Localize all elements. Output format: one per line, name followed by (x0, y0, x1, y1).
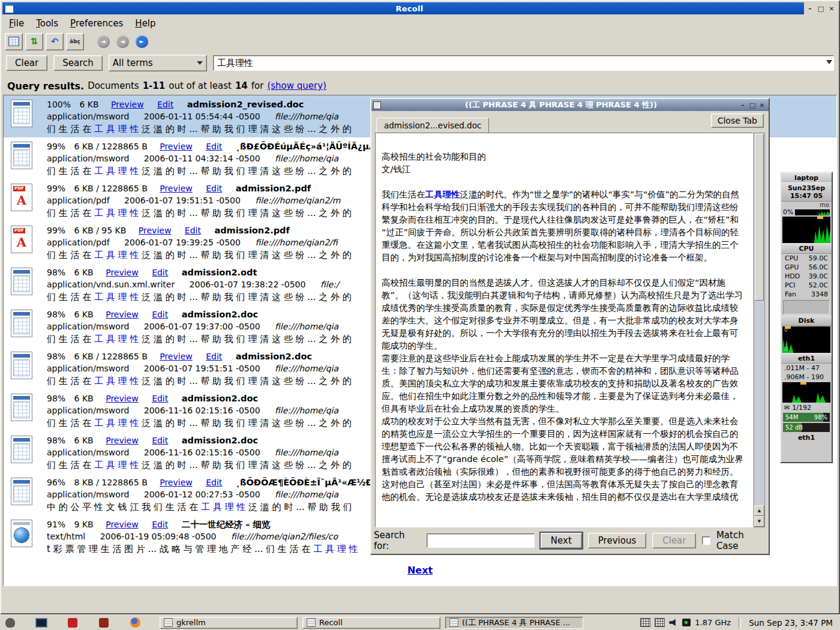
preview-link[interactable]: Preview (111, 100, 144, 109)
curved-arrow-icon: ↶ (51, 36, 59, 47)
preview-link[interactable]: Preview (106, 268, 139, 277)
history-button[interactable]: ↶ (46, 33, 64, 50)
gkrellm-clock: Sun23Sep 15:47 05 (781, 182, 832, 202)
edit-link[interactable]: Edit (185, 226, 201, 235)
taskbar-clock[interactable]: Sun Sep 23, 3:47 PM (749, 618, 836, 628)
volume-icon[interactable] (669, 619, 678, 626)
titlebar[interactable]: Recoll (2, 2, 838, 14)
close-tab-button[interactable]: Close Tab (711, 113, 764, 128)
gkrellm-net-label: eth1 (781, 353, 832, 364)
results-count-middle: out of at least (169, 80, 232, 91)
close-icon[interactable] (827, 4, 836, 13)
result-size: 6 KB / 1228865 B (74, 142, 148, 151)
task-button[interactable]: ((工 PHRASE 4 具 PHRASE ... (445, 617, 583, 629)
menu-item[interactable]: Preferences (64, 17, 129, 30)
edit-link[interactable]: Edit (206, 478, 222, 487)
menu-item[interactable]: Help (129, 17, 161, 30)
scroll-down-icon[interactable]: ▼ (754, 516, 764, 527)
preview-maximize-icon[interactable] (748, 101, 757, 110)
temp-label: GPU (785, 263, 799, 272)
menu-item[interactable]: File (3, 17, 30, 30)
titlebar-blue-strip: Recoll (2, 2, 804, 14)
keyboard-layout-icon[interactable] (640, 618, 650, 627)
clear-button[interactable]: Clear (6, 55, 47, 71)
match-case-checkbox[interactable] (702, 536, 710, 545)
file-type-icon (11, 226, 32, 253)
temp-row: CPU 59.0C (781, 254, 832, 263)
preview-link[interactable]: Preview (160, 478, 193, 487)
sort-button[interactable]: ⇅ (25, 33, 43, 50)
preview-link[interactable]: Preview (160, 142, 193, 151)
find-clear-button[interactable]: Clear (652, 533, 696, 548)
preview-link[interactable]: Preview (106, 310, 139, 319)
gkrellm-temps: CPU 59.0C GPU 56.0C HDD 39.0C PCI 52.0C (781, 254, 832, 290)
preview-text[interactable]: 高校招生的社会功能和目的 文/钱江 我们生活在工具理性泛滥的时代。作为“世之显学… (375, 133, 753, 527)
edit-link[interactable]: Edit (152, 520, 168, 529)
find-next-button[interactable]: Next (541, 533, 582, 548)
result-mimetype: application/msword (47, 322, 129, 331)
edit-link[interactable]: Edit (152, 436, 168, 445)
preview-link[interactable]: Preview (106, 520, 139, 529)
launcher-foot[interactable] (4, 617, 17, 629)
show-query-link[interactable]: (show query) (267, 80, 326, 91)
edit-link[interactable]: Edit (206, 142, 222, 151)
highlighted-term: 工 具 理 性 (94, 292, 139, 302)
task-button[interactable]: Recoll (302, 617, 440, 629)
doc-title: 高校招生的社会功能和目的 (382, 151, 746, 163)
edit-link[interactable]: Edit (152, 268, 168, 277)
preview-link[interactable]: Preview (106, 394, 139, 403)
tray-separator (739, 617, 741, 628)
envelope-icon: ✉ (784, 404, 790, 412)
scroll-up-icon[interactable]: ▲ (754, 505, 764, 516)
preview-scrollbar[interactable]: ▲ ▼ (754, 133, 765, 527)
task-button[interactable]: gkrellm (160, 617, 298, 629)
result-size: 6 KB (74, 268, 94, 277)
edit-link[interactable]: Edit (206, 352, 222, 361)
result-mimetype: application/pdf (47, 238, 110, 247)
terminal-icon (35, 618, 47, 628)
net-tx-row: .906M - 190 (781, 373, 832, 382)
task-label: Recoll (319, 618, 343, 627)
preview-tab[interactable]: admission2...evised.doc (376, 118, 489, 133)
next-page-link[interactable]: Next (407, 565, 433, 576)
menu-item[interactable]: Tools (30, 17, 64, 30)
launcher-terminal[interactable] (35, 617, 48, 629)
prev-page-button[interactable]: ◄ (114, 34, 131, 50)
preview-link[interactable]: Preview (139, 226, 172, 235)
mail-count: 1/192 (792, 404, 811, 412)
scrollbar-thumb[interactable] (755, 134, 764, 301)
result-path: file:///home/qia (275, 322, 338, 331)
find-previous-button[interactable]: Previous (588, 533, 646, 548)
search-mode-select[interactable]: All terms (109, 55, 207, 71)
preview-titlebar[interactable]: ((工 PHRASE 4 具 PHRASE 4 理 PHRASE 4 性)) (371, 99, 769, 111)
edit-link[interactable]: Edit (157, 100, 173, 109)
term-explorer-button[interactable]: âbç (66, 33, 84, 50)
preview-link[interactable]: Preview (160, 352, 193, 361)
edit-link[interactable]: Edit (206, 184, 222, 193)
first-page-button[interactable] (5, 33, 23, 50)
launcher-firefox[interactable] (128, 617, 142, 629)
query-input[interactable] (213, 55, 834, 71)
gkrellm-monitor[interactable]: laptop Sun23Sep 15:47 05 mo 0% CPU CPU 5… (780, 172, 833, 463)
result-mimetype: application/msword (47, 364, 129, 373)
next-page-button[interactable]: ► (133, 34, 150, 50)
search-button[interactable]: Search (53, 55, 103, 71)
minimize-icon[interactable] (805, 4, 815, 13)
maximize-icon[interactable] (816, 4, 826, 13)
preview-link[interactable]: Preview (160, 184, 193, 193)
preview-minimize-icon[interactable] (738, 101, 748, 110)
go-first-button[interactable]: ◄ (95, 34, 112, 50)
power-plug-icon[interactable] (682, 619, 691, 626)
edit-link[interactable]: Edit (152, 394, 168, 403)
workspace-grid-icon[interactable] (655, 618, 665, 627)
query-history-chevron-icon[interactable] (826, 60, 832, 67)
result-filename: ¸ßÕÐÖÆ¶ÈÖÐÈ±Ï¯µÄ¹«Æ½ÐÔ (236, 478, 380, 487)
launcher-app1[interactable] (66, 617, 79, 629)
find-input[interactable] (427, 533, 535, 548)
edit-link[interactable]: Edit (152, 310, 168, 319)
launcher-app2[interactable] (97, 617, 110, 629)
file-type-icon (11, 478, 32, 505)
window-buttons (804, 2, 838, 14)
preview-close-icon[interactable] (757, 101, 767, 110)
preview-link[interactable]: Preview (106, 436, 139, 445)
